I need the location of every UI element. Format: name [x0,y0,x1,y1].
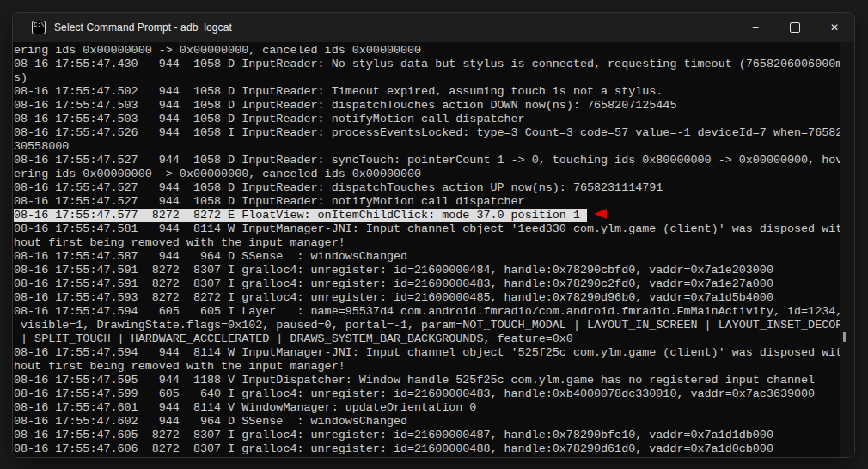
log-line: 08-16 17:55:47.503 944 1058 D InputReade… [14,113,854,126]
command-prompt-window: C:\ Select Command Prompt - adb logcat –… [12,12,855,458]
log-line: 08-16 17:55:47.430 944 1058 D InputReade… [14,58,854,71]
log-line: 08-16 17:55:47.602 944 964 D SSense : wi… [14,415,854,429]
log-line: 08-16 17:55:47.594 944 8114 W InputManag… [14,346,854,360]
log-line: 08-16 17:55:47.587 944 964 D SSense : wi… [14,250,854,264]
log-line: hout first being removed with the input … [14,236,854,250]
scrollbar-track[interactable] [840,42,854,457]
window-controls: – ✕ [736,13,854,42]
log-line: visible=1, DrawingState.flags=0x102, pau… [14,319,854,332]
close-button[interactable]: ✕ [815,13,854,42]
log-line: 08-16 17:55:47.595 944 1188 V InputDispa… [14,374,854,387]
log-line: 08-16 17:55:47.527 944 1058 D InputReade… [14,181,854,195]
log-line: 08-16 17:55:47.593 8272 8272 I gralloc4:… [14,291,854,305]
log-line: 08-16 17:55:47.605 8272 8307 I gralloc4:… [14,429,854,442]
log-line: 08-16 17:55:47.527 944 1058 D InputReade… [14,195,854,209]
log-line: 08-16 17:55:47.577 8272 8272 E FloatView… [14,209,854,222]
window-title: Select Command Prompt - adb logcat [54,21,232,34]
scrollbar-thumb[interactable] [843,332,846,342]
red-arrow-marker-icon [594,209,607,219]
log-lines: ering ids 0x00000000 -> 0x00000000, canc… [14,44,854,456]
title-bar[interactable]: C:\ Select Command Prompt - adb logcat –… [13,13,854,42]
log-line: 08-16 17:55:47.527 944 1058 D InputReade… [14,154,854,168]
log-line: | SPLIT_TOUCH | HARDWARE_ACCELERATED | D… [14,332,854,346]
log-line: 08-16 17:55:47.591 8272 8307 I gralloc4:… [14,277,854,291]
log-line: hout first being removed with the input … [14,360,854,374]
maximize-button[interactable] [775,13,815,42]
selected-log-line: 08-16 17:55:47.577 8272 8272 E FloatView… [14,209,587,222]
console-output[interactable]: ering ids 0x00000000 -> 0x00000000, canc… [13,42,854,457]
log-line: 08-16 17:55:47.581 944 8114 W InputManag… [14,222,854,236]
maximize-icon [790,22,800,33]
log-line: 08-16 17:55:47.502 944 1058 D InputReade… [14,85,854,99]
log-line: 08-16 17:55:47.591 8272 8307 I gralloc4:… [14,264,854,277]
log-line: 30558000 [14,140,854,154]
close-icon: ✕ [830,21,839,34]
minimize-icon: – [753,21,759,34]
log-line: 08-16 17:55:47.599 605 640 I gralloc4: u… [14,387,854,401]
log-line: 08-16 17:55:47.526 944 1058 I InputReade… [14,126,854,140]
log-line: ering ids 0x00000000 -> 0x00000000, canc… [14,44,854,58]
minimize-button[interactable]: – [736,13,775,42]
log-line: 08-16 17:55:47.503 944 1058 D InputReade… [14,99,854,113]
log-line: 08-16 17:55:47.606 8272 8307 I gralloc4:… [14,442,854,456]
log-line: 08-16 17:55:47.594 605 605 I Layer : nam… [14,305,854,319]
title-bar-left: C:\ Select Command Prompt - adb logcat [13,21,232,34]
cmd-prompt-icon: C:\ [32,21,46,34]
log-line: s) [14,71,854,85]
log-line: 08-16 17:55:47.601 944 8114 V WindowMana… [14,401,854,415]
log-line: ering ids 0x00000000 -> 0x00000000, canc… [14,168,854,181]
